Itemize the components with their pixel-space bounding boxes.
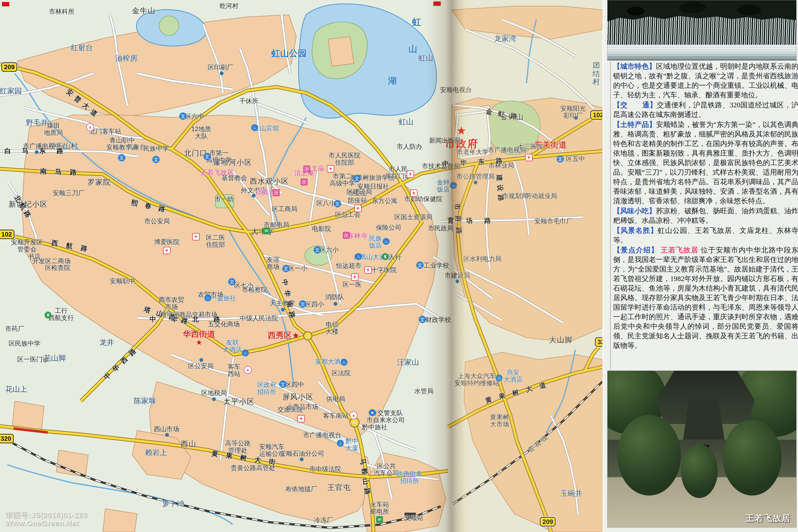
map-label: 市自来水公司 (366, 417, 405, 424)
map-label: 区六中 (185, 113, 204, 120)
map-label: 安顺开发区 管委会 (11, 239, 43, 253)
road-number-badge: 209 (1, 62, 17, 72)
map-label: 书店 (28, 253, 41, 260)
map-label: 市交警支队 (371, 410, 403, 417)
poi-dot-icon (300, 458, 304, 461)
map-label: 太平小区 (223, 397, 255, 406)
map-label: 白马东路 (4, 147, 74, 155)
tree (617, 415, 681, 496)
hospital-icon: + (407, 170, 414, 178)
police-icon: ★ (369, 409, 376, 416)
map-label: 安顺阳光彩印厂 (558, 105, 588, 119)
map-label: 市民政局 (428, 225, 453, 232)
hotel-icon: ♨ (355, 253, 362, 260)
map-label: 博爱医院 (154, 239, 180, 246)
map-label: 育场路 (448, 217, 503, 224)
map-label: 区一医 (343, 281, 362, 288)
map-label: 新闻出版局 (429, 137, 461, 144)
map-label: 黄果树 大市场 (490, 414, 509, 428)
map-label: 气象台 (127, 143, 146, 150)
info-section: 【交 通】交通便利，沪昆铁路、320国道经过城区，沪昆高速公路在城东南侧通过。 (613, 100, 798, 119)
school-icon: 文 (299, 300, 306, 308)
map-label: 市规划局 (502, 192, 528, 200)
map-label: 区建设局 (346, 188, 372, 195)
map-label: 火车站 邮电所 (370, 501, 389, 515)
map-label: 市中级法院 (309, 466, 341, 473)
map-label: 水管局 (414, 388, 433, 395)
info-panel: 【城市特色】区域地理位置优越，明朝时是内地联系云南的锁钥之地，故有“黔之腹、滇之… (602, 0, 798, 532)
hospital-icon: + (410, 190, 417, 197)
map-label: 市广播电视局 (488, 147, 526, 154)
section-header: 【景点介绍】 (613, 246, 658, 254)
urban-block (12, 401, 44, 431)
school-icon: 文 (118, 154, 125, 162)
road-number-badge: 102 (0, 230, 15, 239)
map-label: 南马路 (40, 168, 85, 177)
map-label: 区水利电力局 (463, 255, 502, 263)
post-office-icon: ✉ (263, 227, 270, 234)
poi-dot-icon (165, 433, 169, 437)
map-label: 乾河村 (219, 2, 238, 10)
map-label: 玉碗井 (560, 489, 582, 497)
hospital-icon: + (163, 247, 170, 254)
map-label: 西市农贸 市场 (159, 296, 184, 310)
temple-icon: 卍 (343, 232, 350, 239)
bus-station-icon: ▲ (86, 123, 94, 131)
map-label: 消防队 (325, 293, 344, 301)
photo-caption: 王若飞故居 (746, 513, 791, 524)
school-icon: 文 (203, 153, 211, 160)
map-label: 电信 大楼 (326, 321, 339, 335)
map-label: 华西街道 (183, 330, 215, 339)
waterfall-foam (607, 45, 796, 60)
map-label: 西山市场 (154, 425, 179, 433)
temple-icon: 卍 (301, 178, 308, 185)
map-label: 恒远超市 (336, 262, 361, 269)
city-map[interactable]: 市林科所乾河村金牛山红射台油榨房红家园野毛井西王山村青山职中 安顺教学点煤田 地… (0, 0, 602, 532)
park-building (328, 37, 354, 66)
hotel-icon: ♨ (337, 440, 344, 446)
map-label: 市人防办 (397, 143, 422, 150)
road-number-badge: 320 (0, 434, 14, 443)
hospital-icon: + (525, 154, 532, 161)
map-label: 友谊 商场 (267, 256, 279, 270)
section-header: 【交 通】 (613, 101, 657, 109)
map-label: 区公共 汽车公司 (374, 462, 399, 477)
map-label: 燕安 大酒店 (504, 369, 523, 383)
map-label: 大十字 (251, 227, 274, 236)
map-label: 文庙 (311, 165, 324, 172)
section-header: 【城市特色】 (613, 62, 656, 70)
poi-dot-icon (220, 72, 223, 75)
map-label: 黔中旅社 (362, 424, 387, 431)
map-label: 西山 (181, 440, 196, 448)
hotel-icon: ♨ (204, 294, 211, 301)
map-label: 安顺站 (404, 514, 423, 521)
road-number-badge: 209 (540, 517, 556, 527)
government-star-icon: ★ (456, 124, 466, 137)
map-label: 市林科所 (49, 8, 74, 15)
school-icon: 文 (334, 200, 341, 207)
map-label: 区地税局 (201, 390, 227, 397)
map-label: 北门客车站 (89, 128, 121, 135)
map-label: 湖 (388, 76, 397, 86)
bank-icon: ¥ (382, 253, 388, 260)
map-label: 罗家院 (87, 178, 111, 186)
temple-icon: 卍 (273, 189, 279, 196)
gate-roof (683, 399, 725, 439)
hotel-icon: ♨ (383, 238, 389, 245)
bus-station-icon: ▲ (350, 412, 358, 419)
poi-dot-icon (574, 116, 578, 120)
waterfall-photo (607, 0, 797, 61)
map-label: 区公安局 (188, 362, 214, 369)
map-label: 基督教会 (222, 174, 247, 182)
poi-dot-icon (281, 308, 285, 311)
map-label: 人行 (388, 253, 401, 261)
map-label: 安顺职中 (110, 278, 135, 285)
map-label: 市公安局 (144, 218, 170, 225)
map-label: 区民族中学 (8, 340, 40, 347)
map-label: 团结村 (593, 61, 600, 86)
map-label: 市一幼 (215, 196, 234, 203)
atlas-page: 市林科所乾河村金牛山红射台油榨房红家园野毛井西王山村青山职中 安顺教学点煤田 地… (0, 0, 798, 532)
map-label: 西秀区 (268, 331, 292, 340)
map-label: 汪家山 (397, 358, 419, 366)
map-label: 王官屯 (327, 483, 351, 492)
